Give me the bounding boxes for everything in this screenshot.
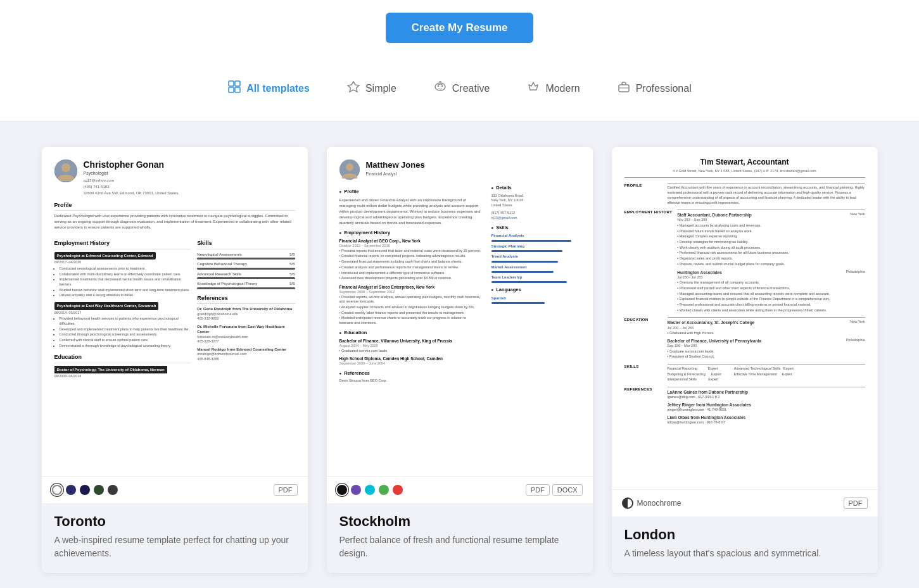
- stockholm-profile-text: Experienced and driven Financial Analyst…: [339, 197, 481, 226]
- stockholm-color-2[interactable]: [351, 485, 361, 495]
- list-item: • Analyzed supplier contracts and advise…: [339, 305, 481, 310]
- svg-rect-3: [235, 87, 240, 92]
- stockholm-formats: PDF DOCX: [526, 484, 583, 496]
- stockholm-job1-title: Financial Analyst at GEO Corp., New York: [339, 238, 481, 244]
- london-mono-toggle[interactable]: Monochrome: [622, 497, 681, 509]
- svg-point-12: [346, 163, 353, 171]
- stockholm-info: Stockholm Perfect balance of fresh and f…: [327, 503, 593, 573]
- toronto-job2-dates: 06/2014–03/2017: [54, 311, 191, 316]
- toronto-edu-degree: Doctor of Psychology, The University of …: [54, 366, 167, 373]
- stockholm-pdf-badge[interactable]: PDF: [526, 484, 550, 496]
- tab-modern-label: Modern: [545, 83, 580, 94]
- stockholm-person-name: Matthew Jones: [366, 160, 425, 171]
- toronto-person-address: 32600 42nd Ave SW, Edmond, OK 73001, Uni…: [84, 191, 295, 196]
- list-item: • Modeled anticipated revenue charts to …: [339, 316, 481, 325]
- svg-rect-0: [229, 81, 234, 86]
- stockholm-template-desc: Perfect balance of fresh and functional …: [339, 534, 580, 560]
- create-resume-button[interactable]: Create My Resume: [386, 13, 533, 43]
- list-item: Demonstrated a thorough knowledge of psy…: [60, 344, 191, 349]
- stockholm-color-4[interactable]: [379, 485, 389, 495]
- london-employment-section: EMPLOYMENT HISTORY Staff Accountant, Dub…: [624, 210, 865, 313]
- london-ref1-name: LaAnne Gaines from Dubone Partnership: [668, 389, 865, 395]
- toronto-color-1[interactable]: [52, 485, 62, 495]
- london-refs-label: REFERENCES: [624, 387, 662, 425]
- modern-icon: [526, 80, 540, 97]
- stockholm-job1-dates: October 2012 – September 2016: [339, 244, 481, 249]
- list-item: • Organized sales and profit reports.: [677, 256, 865, 261]
- list-item: • Provided reports that ensured that lab…: [339, 249, 481, 254]
- london-preview: Tim Stewart, Accountant 4 # Gold Street,…: [612, 147, 878, 489]
- toronto-profile-text: Dedicated Psychologist with vast experie…: [54, 213, 295, 230]
- london-info: London A timeless layout that's spacious…: [612, 516, 878, 573]
- london-education-label: EDUCATION: [624, 317, 662, 360]
- toronto-pdf-badge[interactable]: PDF: [274, 484, 298, 496]
- toronto-color-3[interactable]: [80, 485, 90, 495]
- list-item: • Created analysis and performance repor…: [339, 265, 481, 270]
- london-formats: PDF: [844, 497, 868, 509]
- svg-rect-2: [229, 87, 234, 92]
- london-job2-dates: Jul 280– Jul 283: [677, 275, 722, 280]
- london-pdf-badge[interactable]: PDF: [844, 497, 868, 509]
- toronto-ref2-email: fortunato.m@eastwayhealth.com: [197, 335, 295, 340]
- stockholm-profile-title: Profile: [339, 189, 481, 196]
- toronto-color-5[interactable]: [108, 485, 118, 495]
- tab-all-templates[interactable]: All templates: [225, 75, 312, 102]
- toronto-skill-4: Knowledge of Psychological Theory 5/5: [197, 281, 295, 286]
- london-ref2-name: Jeffrey Ringer from Huntington Associate…: [668, 402, 865, 408]
- toronto-color-4[interactable]: [94, 485, 104, 495]
- toronto-card: Christopher Gonan Psychologist cg12@yaho…: [42, 147, 308, 573]
- london-job2-location: Philadelphia: [846, 270, 865, 280]
- stockholm-job2-title: Financial Analyst at Sinco Enterprises, …: [339, 284, 481, 290]
- toronto-job1-bullets: Conducted neurological assessments prior…: [54, 266, 191, 298]
- svg-rect-1: [235, 81, 240, 86]
- skill-level: 5/5: [289, 252, 295, 257]
- stockholm-docx-badge[interactable]: DOCX: [552, 484, 583, 496]
- stockholm-skill-1: Financial Analysis: [491, 233, 580, 238]
- stockholm-edu2-degree: High School Diploma, Camden High School,…: [339, 356, 481, 361]
- tab-simple[interactable]: Simple: [344, 75, 399, 102]
- stockholm-color-1[interactable]: [337, 485, 347, 495]
- list-item: • Managed accounting teams and ensured t…: [677, 292, 865, 297]
- list-item: • Work closely with auditors during all …: [677, 246, 865, 251]
- list-item: • Created financial reports on completed…: [339, 254, 481, 259]
- toronto-skill-2: Cognitive Behavioral Therapy 5/5: [197, 261, 295, 266]
- toronto-ref3-phone: 405-848-3288: [197, 357, 295, 362]
- stockholm-color-5[interactable]: [393, 485, 403, 495]
- list-item: • Graduate summa cum laude.: [668, 349, 865, 354]
- stockholm-color-3[interactable]: [365, 485, 375, 495]
- list-item: Developed and implemented treatment plan…: [60, 327, 191, 332]
- list-item: • Oversaw the management of all company …: [677, 280, 865, 285]
- list-item: Conferred with clinical staff to ensure …: [60, 338, 191, 343]
- list-item: • Introduced and implemented a different…: [339, 271, 481, 276]
- professional-icon: [617, 80, 631, 97]
- list-item: • Prepared future trends based on analys…: [677, 229, 865, 234]
- list-item: • Graduated with High Honors.: [668, 331, 865, 336]
- stockholm-footer: PDF DOCX: [327, 476, 593, 503]
- stockholm-phone: (917) 407-5112: [491, 211, 580, 216]
- toronto-color-2[interactable]: [66, 485, 76, 495]
- tab-professional[interactable]: Professional: [614, 75, 694, 102]
- stockholm-edu1-dates: August 2004 – May 2008: [339, 344, 481, 349]
- list-item: Utilized empathy and a strong attention …: [60, 293, 191, 298]
- london-edu2-location: Philadelphia: [846, 338, 865, 349]
- toronto-job2-bullets: Provided behavioral health services to p…: [54, 316, 191, 348]
- simple-icon: [346, 80, 360, 97]
- toronto-person-phone: (405) 741-5183: [84, 184, 295, 189]
- stockholm-email: nj13@gmail.com: [491, 216, 580, 221]
- list-item: • Explained financial matters to people …: [677, 297, 865, 302]
- london-profile-text: Certified Accountant with five years of …: [668, 185, 865, 205]
- stockholm-color-picker: [337, 485, 403, 495]
- stockholm-job2-dates: September 2008 – September 2012: [339, 290, 481, 295]
- toronto-info: Toronto A web-inspired resume template p…: [42, 503, 308, 573]
- creative-icon: [433, 80, 447, 97]
- london-skill-3: Interpersonal Skills Expert: [668, 377, 721, 382]
- london-edu2-degree: Bachelor of Finance, University of Penns…: [668, 338, 761, 344]
- list-item: Studied human behavior and implemented s…: [60, 288, 191, 293]
- tab-creative[interactable]: Creative: [431, 75, 493, 102]
- toronto-education-title: Education: [54, 353, 191, 363]
- stockholm-skill-4: Market Assessment: [491, 265, 580, 270]
- london-job2-title: Huntington Associates: [677, 270, 722, 275]
- list-item: • Develop strategies for minimizing tax …: [677, 240, 865, 245]
- toronto-ref2-phone: 405-328-3277: [197, 339, 295, 344]
- tab-modern[interactable]: Modern: [524, 75, 582, 102]
